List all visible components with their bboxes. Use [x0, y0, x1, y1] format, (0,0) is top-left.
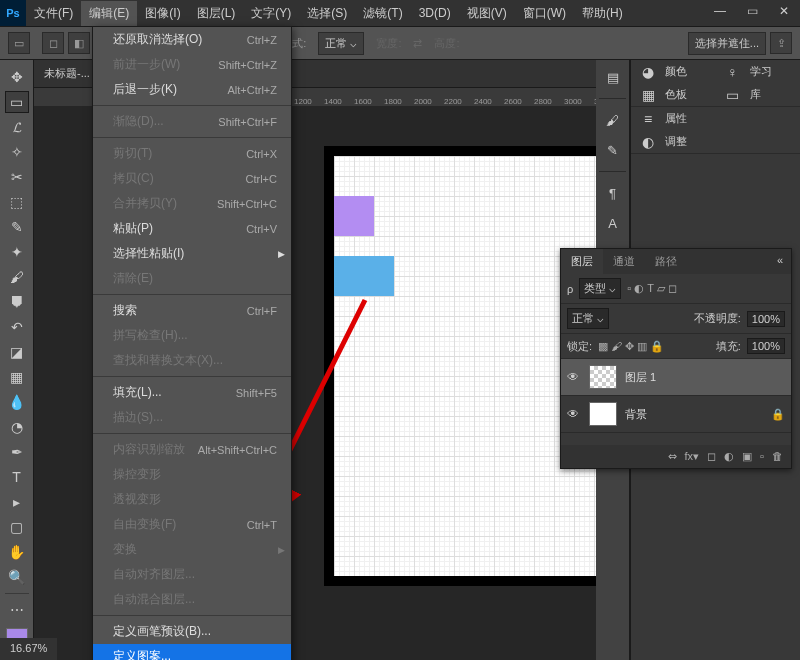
paths-tab[interactable]: 路径 [645, 249, 687, 274]
menu-layer[interactable]: 图层(L) [189, 1, 244, 26]
history-brush-tool[interactable]: ↶ [5, 316, 29, 338]
menu-window[interactable]: 窗口(W) [515, 1, 574, 26]
selection-add-icon[interactable]: ◧ [68, 32, 90, 54]
menu-item[interactable]: 选择性粘贴(I)▶ [93, 241, 291, 266]
menu-item[interactable]: 定义图案... [93, 644, 291, 660]
properties-panel-tab[interactable]: ≡属性 [631, 107, 800, 130]
edit-toolbar[interactable]: ⋯ [5, 599, 29, 621]
blend-mode-select[interactable]: 正常 ⌵ [567, 308, 609, 329]
filter-adjustment-icon[interactable]: ◐ [634, 282, 644, 295]
dodge-tool[interactable]: ◔ [5, 416, 29, 438]
document-tab[interactable]: 未标题-... [44, 66, 90, 81]
lock-all-icon[interactable]: 🔒 [650, 340, 664, 353]
marquee-tool[interactable]: ▭ [5, 91, 29, 113]
color-panel-tab[interactable]: ◕颜色 [631, 60, 716, 83]
blur-tool[interactable]: 💧 [5, 391, 29, 413]
menu-edit[interactable]: 编辑(E) [81, 1, 137, 26]
crop-tool[interactable]: ✂ [5, 166, 29, 188]
magic-wand-tool[interactable]: ✧ [5, 141, 29, 163]
menu-3d[interactable]: 3D(D) [411, 2, 459, 24]
menu-filter[interactable]: 滤镜(T) [355, 1, 410, 26]
layer-name[interactable]: 背景 [625, 407, 647, 422]
menubar: 文件(F) 编辑(E) 图像(I) 图层(L) 文字(Y) 选择(S) 滤镜(T… [26, 0, 631, 26]
layer-name[interactable]: 图层 1 [625, 370, 656, 385]
rectangle-tool[interactable]: ▢ [5, 516, 29, 538]
menu-type[interactable]: 文字(Y) [243, 1, 299, 26]
brush-tool[interactable]: 🖌 [5, 266, 29, 288]
filter-smart-icon[interactable]: ◻ [668, 282, 677, 295]
gradient-tool[interactable]: ▦ [5, 366, 29, 388]
link-layers-icon[interactable]: ⇔ [668, 450, 677, 463]
lock-artboard-icon[interactable]: ▥ [637, 340, 647, 353]
menu-item[interactable]: 还原取消选择(O)Ctrl+Z [93, 27, 291, 52]
paragraph-icon[interactable]: ¶ [602, 182, 624, 204]
layer-fx-icon[interactable]: fx▾ [685, 450, 700, 463]
filter-pixel-icon[interactable]: ▫ [627, 282, 631, 295]
menu-item: 操控变形 [93, 462, 291, 487]
panel-collapse-icon[interactable]: « [769, 249, 791, 274]
new-layer-icon[interactable]: ▫ [760, 450, 764, 463]
filter-shape-icon[interactable]: ▱ [657, 282, 665, 295]
adjustment-layer-icon[interactable]: ◐ [724, 450, 734, 463]
window-minimize[interactable]: — [704, 0, 736, 22]
fill-value[interactable]: 100% [747, 338, 785, 354]
character-icon[interactable]: A [602, 212, 624, 234]
path-selection-tool[interactable]: ▸ [5, 491, 29, 513]
lasso-tool[interactable]: 𝓛 [5, 116, 29, 138]
adjustments-panel-tab[interactable]: ◐调整 [631, 130, 800, 153]
swatches-panel-tab[interactable]: ▦色板 [631, 83, 716, 106]
ps-logo: Ps [0, 0, 26, 26]
opacity-value[interactable]: 100% [747, 311, 785, 327]
menu-item[interactable]: 定义画笔预设(B)... [93, 619, 291, 644]
layer-row[interactable]: 👁 背景 🔒 [561, 396, 791, 433]
style-select[interactable]: 正常 ⌵ [318, 32, 364, 55]
clone-stamp-tool[interactable]: ⛊ [5, 291, 29, 313]
hand-tool[interactable]: ✋ [5, 541, 29, 563]
lock-pixels-icon[interactable]: 🖌 [611, 340, 622, 353]
window-maximize[interactable]: ▭ [736, 0, 768, 22]
lock-transparency-icon[interactable]: ▩ [598, 340, 608, 353]
canvas[interactable] [334, 156, 596, 576]
frame-tool[interactable]: ⬚ [5, 191, 29, 213]
selection-new-icon[interactable]: ◻ [42, 32, 64, 54]
layers-tab[interactable]: 图层 [561, 249, 603, 274]
menu-help[interactable]: 帮助(H) [574, 1, 631, 26]
layer-thumbnail[interactable] [589, 365, 617, 389]
pen-tool[interactable]: ✒ [5, 441, 29, 463]
learn-panel-tab[interactable]: ♀学习 [716, 60, 801, 83]
brush-panel-icon[interactable]: ✎ [602, 139, 624, 161]
tool-preset-icon[interactable]: ▭ [8, 32, 30, 54]
menu-select[interactable]: 选择(S) [299, 1, 355, 26]
healing-brush-tool[interactable]: ✦ [5, 241, 29, 263]
menu-image[interactable]: 图像(I) [137, 1, 188, 26]
zoom-status[interactable]: 16.67% [0, 638, 57, 660]
filter-kind-select[interactable]: 类型 ⌵ [579, 278, 621, 299]
visibility-icon[interactable]: 👁 [567, 407, 581, 421]
menu-item[interactable]: 填充(L)...Shift+F5 [93, 380, 291, 405]
type-tool[interactable]: T [5, 466, 29, 488]
visibility-icon[interactable]: 👁 [567, 370, 581, 384]
filter-type-icon[interactable]: T [647, 282, 654, 295]
layer-thumbnail[interactable] [589, 402, 617, 426]
delete-layer-icon[interactable]: 🗑 [772, 450, 783, 463]
menu-item[interactable]: 后退一步(K)Alt+Ctrl+Z [93, 77, 291, 102]
menu-file[interactable]: 文件(F) [26, 1, 81, 26]
eyedropper-tool[interactable]: ✎ [5, 216, 29, 238]
history-icon[interactable]: ▤ [602, 66, 624, 88]
layer-mask-icon[interactable]: ◻ [707, 450, 716, 463]
window-close[interactable]: ✕ [768, 0, 800, 22]
share-icon[interactable]: ⇪ [770, 32, 792, 54]
menu-item[interactable]: 粘贴(P)Ctrl+V [93, 216, 291, 241]
layer-row[interactable]: 👁 图层 1 [561, 359, 791, 396]
brush-settings-icon[interactable]: 🖌 [602, 109, 624, 131]
move-tool[interactable]: ✥ [5, 66, 29, 88]
layer-group-icon[interactable]: ▣ [742, 450, 752, 463]
eraser-tool[interactable]: ◪ [5, 341, 29, 363]
channels-tab[interactable]: 通道 [603, 249, 645, 274]
menu-view[interactable]: 视图(V) [459, 1, 515, 26]
menu-item[interactable]: 搜索Ctrl+F [93, 298, 291, 323]
libraries-panel-tab[interactable]: ▭库 [716, 83, 801, 106]
lock-position-icon[interactable]: ✥ [625, 340, 634, 353]
select-and-mask-button[interactable]: 选择并遮住... [688, 32, 766, 55]
zoom-tool[interactable]: 🔍 [5, 566, 29, 588]
